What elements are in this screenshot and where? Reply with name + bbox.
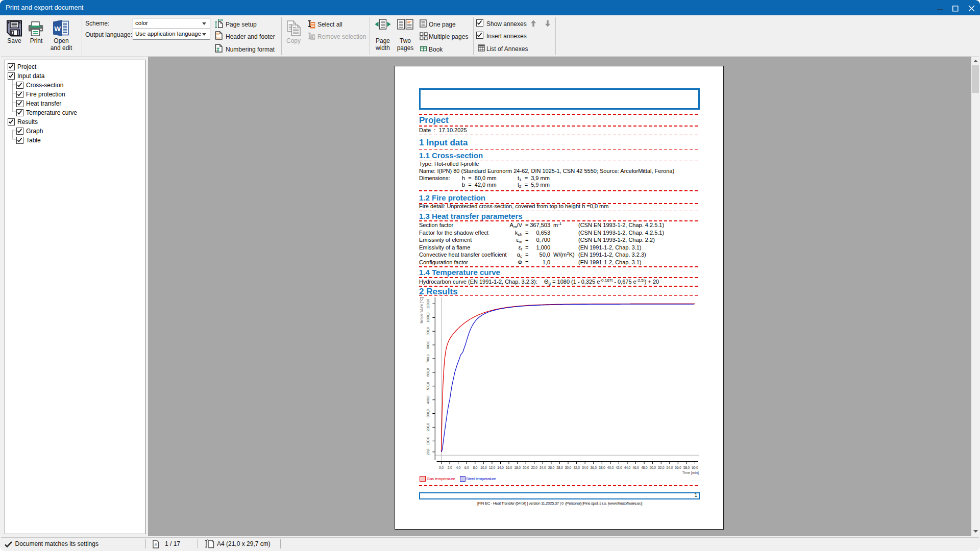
svg-text:16,0: 16,0 — [506, 466, 512, 469]
svg-text:800,0: 800,0 — [426, 341, 430, 349]
svg-text:20,0: 20,0 — [523, 466, 529, 469]
svg-text:4,0: 4,0 — [456, 466, 460, 469]
svg-text:900,0: 900,0 — [426, 327, 430, 335]
svg-text:58,0: 58,0 — [683, 466, 690, 469]
svg-text:temperature [°C]: temperature [°C] — [420, 297, 424, 323]
svg-text:1000,0: 1000,0 — [426, 312, 430, 322]
svg-text:52,0: 52,0 — [658, 466, 665, 469]
svg-text:46,0: 46,0 — [632, 466, 639, 469]
svg-text:54,0: 54,0 — [667, 466, 673, 469]
svg-text:500,0: 500,0 — [426, 382, 430, 390]
svg-text:8,0: 8,0 — [473, 466, 477, 469]
svg-text:48,0: 48,0 — [641, 466, 648, 469]
svg-text:40,0: 40,0 — [607, 466, 614, 469]
svg-text:2,0: 2,0 — [448, 466, 452, 469]
svg-text:0,0: 0,0 — [439, 466, 444, 469]
svg-text:12,0: 12,0 — [489, 466, 496, 469]
svg-text:30,0: 30,0 — [565, 466, 572, 469]
svg-text:50,0: 50,0 — [649, 466, 656, 469]
svg-text:400,0: 400,0 — [426, 395, 430, 404]
svg-text:100,0: 100,0 — [426, 437, 430, 445]
svg-text:Time [min]: Time [min] — [682, 471, 699, 475]
svg-text:36,0: 36,0 — [590, 466, 597, 469]
svg-text:44,0: 44,0 — [624, 466, 631, 469]
svg-text:20,0: 20,0 — [426, 448, 430, 455]
svg-text:6,0: 6,0 — [464, 466, 469, 469]
svg-text:60,0: 60,0 — [692, 466, 698, 469]
svg-text:700,0: 700,0 — [426, 355, 430, 363]
svg-text:38,0: 38,0 — [599, 466, 605, 469]
svg-text:28,0: 28,0 — [556, 466, 563, 469]
svg-text:24,0: 24,0 — [540, 466, 546, 469]
svg-text:200,0: 200,0 — [426, 423, 430, 431]
svg-text:34,0: 34,0 — [582, 466, 589, 469]
svg-text:W: W — [54, 25, 61, 33]
svg-text:#: # — [154, 542, 157, 547]
svg-text:56,0: 56,0 — [675, 466, 681, 469]
svg-text:#: # — [216, 47, 219, 53]
svg-text:18,0: 18,0 — [514, 466, 521, 469]
svg-text:600,0: 600,0 — [426, 368, 430, 376]
svg-text:10,0: 10,0 — [480, 466, 487, 469]
svg-text:26,0: 26,0 — [548, 466, 555, 469]
svg-text:1100,0: 1100,0 — [426, 299, 430, 309]
svg-text:32,0: 32,0 — [573, 466, 580, 469]
svg-text:42,0: 42,0 — [616, 466, 622, 469]
svg-text:300,0: 300,0 — [426, 409, 430, 417]
svg-text:22,0: 22,0 — [531, 466, 537, 469]
svg-text:14,0: 14,0 — [497, 466, 504, 469]
